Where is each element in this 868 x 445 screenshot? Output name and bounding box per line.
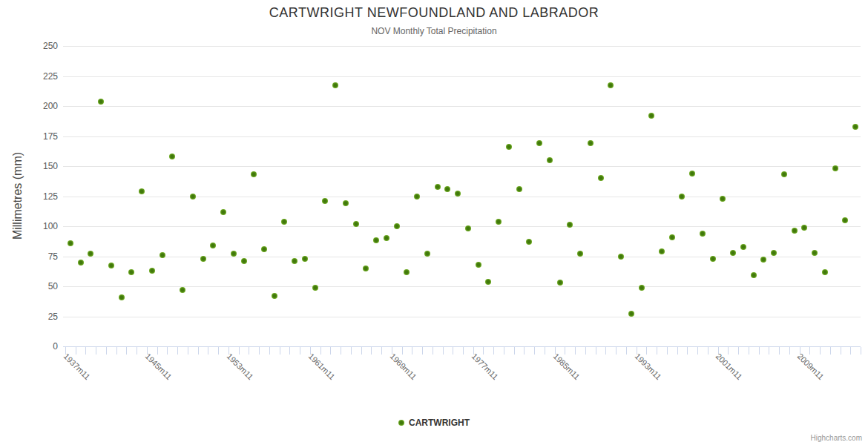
data-point[interactable] bbox=[516, 186, 522, 192]
data-point[interactable] bbox=[363, 266, 369, 271]
data-point[interactable] bbox=[628, 311, 634, 317]
data-point[interactable] bbox=[78, 260, 84, 266]
data-point[interactable] bbox=[414, 194, 420, 200]
x-axis-label: 1953m11 bbox=[225, 352, 254, 381]
data-point[interactable] bbox=[700, 231, 706, 237]
x-axis-tick bbox=[493, 347, 494, 355]
x-axis-tick bbox=[422, 347, 423, 355]
data-point[interactable] bbox=[639, 285, 645, 291]
data-point[interactable] bbox=[822, 269, 828, 275]
data-point[interactable] bbox=[812, 250, 818, 256]
data-point[interactable] bbox=[852, 124, 858, 130]
data-point[interactable] bbox=[435, 184, 441, 190]
data-point[interactable] bbox=[485, 279, 491, 285]
highcharts-credits-link[interactable]: Highcharts.com bbox=[811, 434, 862, 442]
data-point[interactable] bbox=[190, 194, 196, 200]
gridline bbox=[63, 317, 861, 317]
x-axis-label: 1985m11 bbox=[551, 352, 581, 381]
data-point[interactable] bbox=[801, 225, 807, 231]
data-point[interactable] bbox=[689, 171, 695, 177]
y-axis-label: 25 bbox=[22, 312, 58, 322]
data-point[interactable] bbox=[210, 243, 216, 248]
data-point[interactable] bbox=[751, 272, 757, 278]
x-axis-line bbox=[63, 346, 861, 347]
data-point[interactable] bbox=[200, 256, 206, 262]
data-point[interactable] bbox=[292, 258, 297, 264]
x-axis-label: 1961m11 bbox=[306, 352, 336, 381]
data-point[interactable] bbox=[598, 175, 604, 181]
data-point[interactable] bbox=[506, 144, 512, 150]
data-point[interactable] bbox=[557, 280, 563, 286]
x-axis-tick bbox=[769, 347, 769, 355]
x-axis-tick bbox=[177, 347, 178, 355]
data-point[interactable] bbox=[404, 269, 410, 275]
data-point[interactable] bbox=[547, 157, 553, 163]
data-point[interactable] bbox=[149, 268, 155, 274]
data-point[interactable] bbox=[588, 140, 594, 146]
data-point[interactable] bbox=[261, 246, 267, 252]
data-point[interactable] bbox=[679, 194, 685, 200]
data-point[interactable] bbox=[108, 263, 114, 268]
data-point[interactable] bbox=[373, 237, 379, 243]
data-point[interactable] bbox=[180, 287, 185, 293]
x-axis-tick bbox=[269, 347, 270, 355]
data-point[interactable] bbox=[710, 256, 716, 262]
data-point[interactable] bbox=[119, 294, 125, 300]
x-axis-tick bbox=[289, 347, 290, 355]
data-point[interactable] bbox=[302, 256, 308, 262]
data-point[interactable] bbox=[771, 250, 777, 256]
data-point[interactable] bbox=[281, 219, 287, 225]
x-axis-tick bbox=[126, 347, 127, 355]
data-point[interactable] bbox=[272, 293, 277, 299]
data-point[interactable] bbox=[128, 269, 134, 275]
data-point[interactable] bbox=[740, 244, 746, 250]
data-point[interactable] bbox=[98, 99, 104, 105]
data-point[interactable] bbox=[169, 154, 175, 159]
x-axis-tick bbox=[198, 347, 199, 355]
data-point[interactable] bbox=[343, 200, 349, 206]
data-point[interactable] bbox=[220, 209, 226, 215]
data-point[interactable] bbox=[659, 248, 665, 254]
data-point[interactable] bbox=[781, 171, 787, 177]
data-point[interactable] bbox=[648, 113, 654, 119]
data-point[interactable] bbox=[251, 171, 257, 177]
data-point[interactable] bbox=[792, 228, 798, 234]
data-point[interactable] bbox=[618, 254, 624, 260]
data-point[interactable] bbox=[68, 240, 73, 246]
data-point[interactable] bbox=[476, 262, 481, 268]
data-point[interactable] bbox=[720, 196, 726, 202]
data-point[interactable] bbox=[139, 188, 145, 194]
data-point[interactable] bbox=[444, 186, 450, 192]
data-point[interactable] bbox=[241, 258, 247, 264]
data-point[interactable] bbox=[567, 222, 573, 228]
data-point[interactable] bbox=[384, 235, 389, 241]
data-point[interactable] bbox=[842, 217, 848, 223]
x-axis-tick bbox=[830, 347, 831, 355]
data-point[interactable] bbox=[669, 234, 675, 240]
x-axis-tick bbox=[157, 347, 158, 355]
x-axis-tick bbox=[850, 347, 851, 355]
data-point[interactable] bbox=[160, 252, 165, 258]
x-axis-tick bbox=[789, 347, 790, 355]
x-axis-tick bbox=[534, 347, 535, 355]
data-point[interactable] bbox=[231, 251, 237, 257]
legend-item-cartwright[interactable]: CARTWRIGHT bbox=[398, 418, 470, 428]
data-point[interactable] bbox=[526, 239, 532, 245]
data-point[interactable] bbox=[322, 198, 328, 204]
data-point[interactable] bbox=[394, 223, 400, 229]
x-axis-tick bbox=[667, 347, 668, 355]
x-axis-tick bbox=[300, 347, 300, 355]
x-axis-tick bbox=[341, 347, 341, 355]
data-point[interactable] bbox=[353, 221, 359, 227]
x-axis-tick bbox=[167, 347, 168, 355]
chart-subtitle: NOV Monthly Total Precipitation bbox=[0, 26, 868, 36]
data-point[interactable] bbox=[608, 82, 614, 88]
data-point[interactable] bbox=[730, 250, 736, 256]
data-point[interactable] bbox=[332, 82, 338, 88]
data-point[interactable] bbox=[832, 165, 838, 171]
data-point[interactable] bbox=[465, 225, 471, 231]
data-point[interactable] bbox=[312, 285, 318, 291]
data-point[interactable] bbox=[760, 257, 766, 263]
data-point[interactable] bbox=[536, 140, 542, 146]
data-point[interactable] bbox=[496, 219, 502, 225]
